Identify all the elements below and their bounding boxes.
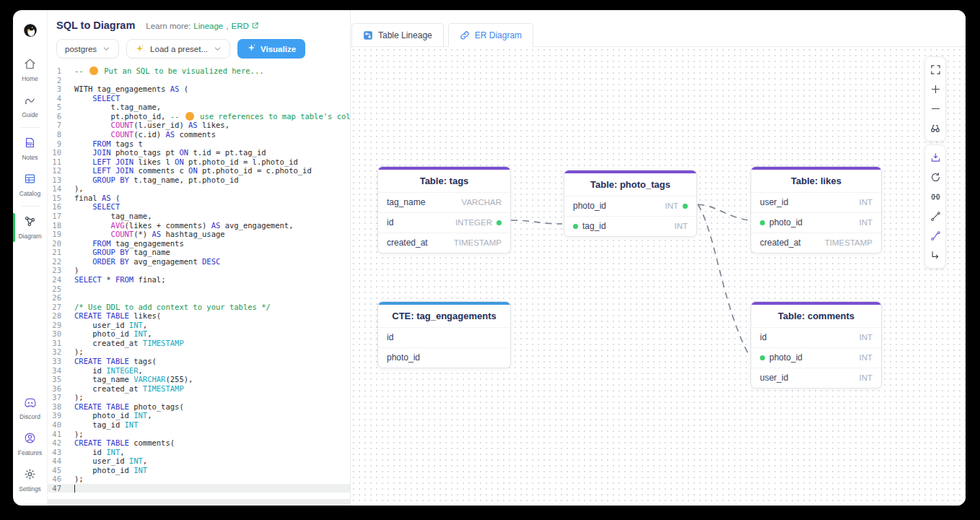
edge-step-button[interactable] (925, 246, 945, 265)
load-preset-select[interactable]: Load a preset... (126, 39, 230, 58)
sidebar-divider (21, 127, 40, 128)
distribute-button[interactable] (925, 187, 945, 207)
edge-straight-icon (930, 211, 941, 222)
diagram-pane: Table LineageER Diagram Table: tagstag_n… (351, 10, 966, 506)
field-name: user_id (760, 197, 788, 207)
sidebar-item-label: Settings (19, 485, 41, 493)
link-icon (460, 30, 470, 40)
line-content: ); (68, 393, 350, 402)
line-content: user_id INT, (68, 456, 350, 466)
er-field-row: idINTEGER (378, 212, 510, 233)
line-content (68, 76, 350, 85)
er-table-card-tag_engagements[interactable]: CTE: tag_engagementsidphoto_id (377, 301, 511, 368)
line-content: ) (68, 266, 350, 275)
sidebar-item-diagram[interactable]: Diagram (13, 209, 47, 246)
link-separator: , (226, 22, 228, 30)
line-content: -- 🤗 Put an SQL to be visualized here... (68, 66, 350, 76)
sidebar-item-notes[interactable]: SQLNotes (13, 131, 47, 167)
learn-more: Learn more: Lineage , ERD (146, 22, 258, 31)
fullscreen-button[interactable] (925, 60, 945, 79)
line-number: 41 (48, 430, 68, 439)
dialect-select[interactable]: postgres (56, 39, 119, 58)
line-number: 46 (48, 474, 68, 484)
zoom-out-icon (930, 103, 941, 114)
er-field-row: user_idINT (751, 192, 881, 212)
sidebar-item-home[interactable]: Home (13, 52, 47, 88)
field-name: photo_id (760, 352, 802, 363)
line-content: user_id INT, (68, 321, 350, 330)
er-table-card-likes[interactable]: Table: likesuser_idINTphoto_idINTcreated… (751, 166, 882, 254)
line-content: JOIN photo_tags pt ON t.id = pt.tag_id (68, 148, 350, 157)
code-line: 42CREATE TABLE comments( (48, 438, 350, 448)
code-line: 44 user_id INT, (48, 456, 350, 466)
line-content: CREATE TABLE comments( (68, 438, 350, 448)
edge-curved-button[interactable] (925, 226, 945, 246)
line-number: 8 (48, 130, 68, 139)
code-line: 16 SELECT (48, 202, 350, 212)
line-number: 6 (48, 112, 68, 121)
table-title: Table: photo_tags (564, 173, 696, 196)
line-content: FROM tags t (68, 139, 350, 149)
line-number: 31 (48, 339, 68, 348)
line-number: 3 (48, 84, 68, 94)
code-line: 46); (48, 474, 350, 484)
er-field-row: created_atTIMESTAMP (751, 233, 881, 253)
er-table-card-comments[interactable]: Table: commentsidINTphoto_idINTuser_idIN… (751, 301, 882, 389)
line-content: tag_name VARCHAR(255), (68, 375, 350, 384)
edge-straight-button[interactable] (925, 207, 945, 226)
code-line: 24SELECT * FROM final; (48, 275, 350, 285)
sidebar-item-features[interactable]: Features (13, 426, 47, 462)
visualize-button[interactable]: Visualize (237, 39, 305, 58)
line-number: 38 (48, 402, 68, 412)
field-type: INT (674, 221, 688, 231)
er-diagram-canvas[interactable]: Table: tagstag_nameVARCHARidINTEGERcreat… (351, 47, 966, 506)
code-line: 41); (48, 430, 350, 439)
er-field-row: photo_id (378, 347, 510, 368)
line-content: tag_name, (68, 212, 350, 221)
line-content: COUNT(l.user_id) AS likes, (68, 121, 350, 130)
edge-step-icon (930, 250, 941, 261)
field-name: created_at (387, 238, 428, 248)
code-editor[interactable]: 1-- 🤗 Put an SQL to be visualized here..… (48, 65, 350, 497)
app-logo-penguin-icon[interactable] (23, 23, 38, 40)
download-button[interactable] (925, 148, 945, 168)
code-line: 32); (48, 347, 350, 357)
tab-er-diagram[interactable]: ER Diagram (448, 23, 533, 47)
code-line: 31 created_at TIMESTAMP (48, 339, 350, 348)
line-content (68, 293, 350, 303)
edge-curved-icon (930, 230, 941, 241)
field-type: INT (859, 373, 872, 383)
sidebar-item-discord[interactable]: Discord (13, 391, 47, 426)
fit-view-button[interactable] (925, 118, 945, 138)
table-title: Table: likes (751, 170, 881, 192)
tab-table-lineage[interactable]: Table Lineage (351, 23, 444, 47)
sidebar-item-settings[interactable]: Settings (13, 462, 47, 498)
code-line: 28CREATE TABLE likes( (48, 311, 350, 321)
code-line: 33CREATE TABLE tags( (48, 357, 350, 366)
zoom-out-button[interactable] (925, 99, 945, 118)
code-line: 15final AS ( (48, 194, 350, 203)
lineage-link[interactable]: Lineage (193, 22, 223, 30)
line-content: photo_id INT (68, 466, 350, 475)
canvas-edit-toolbar (924, 144, 946, 269)
line-number: 25 (48, 285, 68, 294)
line-number: 2 (48, 76, 68, 85)
discord-icon (24, 397, 37, 411)
line-content: WITH tag_engagements AS ( (68, 84, 350, 94)
line-number: 19 (48, 230, 68, 239)
code-line: 13 GROUP BY t.tag_name, pt.photo_id (48, 176, 350, 185)
zoom-in-icon (930, 84, 941, 95)
reset-button[interactable] (925, 168, 945, 187)
sidebar-item-catalog[interactable]: Catalog (13, 167, 47, 203)
zoom-in-button[interactable] (925, 79, 945, 99)
line-number: 18 (48, 221, 68, 230)
er-table-card-photo_tags[interactable]: Table: photo_tagsphoto_idINTtag_idINT (564, 170, 697, 237)
code-line: 4 SELECT (48, 94, 350, 103)
erd-link[interactable]: ERD (231, 22, 258, 31)
er-table-card-tags[interactable]: Table: tagstag_nameVARCHARidINTEGERcreat… (377, 166, 511, 254)
er-field-row: photo_idINT (751, 212, 881, 233)
code-line: 6 pt.photo_id, -- 👉 use references to ma… (48, 112, 350, 121)
horizontal-scrollbar[interactable] (48, 499, 350, 506)
relation-dot (496, 220, 502, 225)
sidebar-item-guide[interactable]: Guide (13, 88, 47, 124)
